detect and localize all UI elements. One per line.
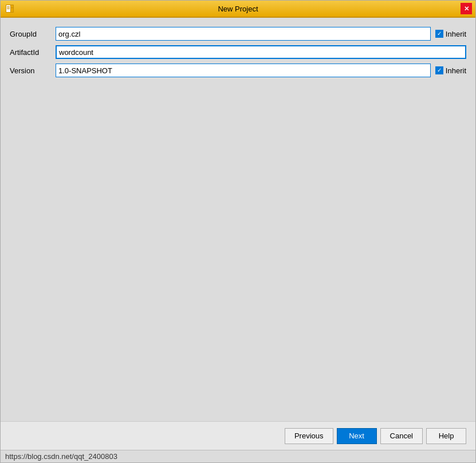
groupid-inherit-container: Inherit (435, 30, 466, 38)
version-label: Version (10, 66, 56, 75)
version-inherit-label: Inherit (446, 66, 466, 75)
svg-rect-5 (7, 7, 10, 8)
new-project-dialog: New Project ✕ GroupId Inherit ArtifactId… (0, 0, 476, 463)
groupid-label: GroupId (10, 30, 56, 38)
version-input[interactable] (56, 64, 431, 77)
dialog-title: New Project (218, 5, 258, 13)
svg-rect-3 (11, 8, 13, 12)
content-spacer (10, 82, 466, 417)
app-icon (5, 4, 14, 13)
content-area: GroupId Inherit ArtifactId Version Inher… (1, 18, 475, 421)
footer: Previous Next Cancel Help (1, 421, 475, 450)
cancel-button[interactable]: Cancel (380, 428, 423, 444)
artifactid-input[interactable] (56, 45, 466, 59)
groupid-row: GroupId Inherit (10, 27, 466, 41)
next-button[interactable]: Next (337, 428, 377, 444)
help-button[interactable]: Help (426, 428, 466, 444)
svg-rect-4 (7, 6, 10, 7)
close-button[interactable]: ✕ (461, 3, 472, 14)
title-bar: New Project ✕ (1, 1, 475, 18)
version-inherit-checkbox[interactable] (435, 66, 443, 74)
status-bar: https://blog.csdn.net/qqt_2400803 (1, 450, 475, 462)
svg-rect-2 (11, 5, 13, 7)
version-row: Version Inherit (10, 64, 466, 77)
groupid-inherit-label: Inherit (446, 30, 466, 38)
version-inherit-container: Inherit (435, 66, 466, 75)
previous-button[interactable]: Previous (285, 428, 333, 444)
artifactid-label: ArtifactId (10, 48, 56, 57)
artifactid-row: ArtifactId (10, 45, 466, 59)
groupid-inherit-checkbox[interactable] (435, 30, 443, 38)
svg-rect-6 (7, 9, 10, 9)
groupid-input[interactable] (56, 27, 431, 41)
status-text: https://blog.csdn.net/qqt_2400803 (5, 452, 117, 461)
